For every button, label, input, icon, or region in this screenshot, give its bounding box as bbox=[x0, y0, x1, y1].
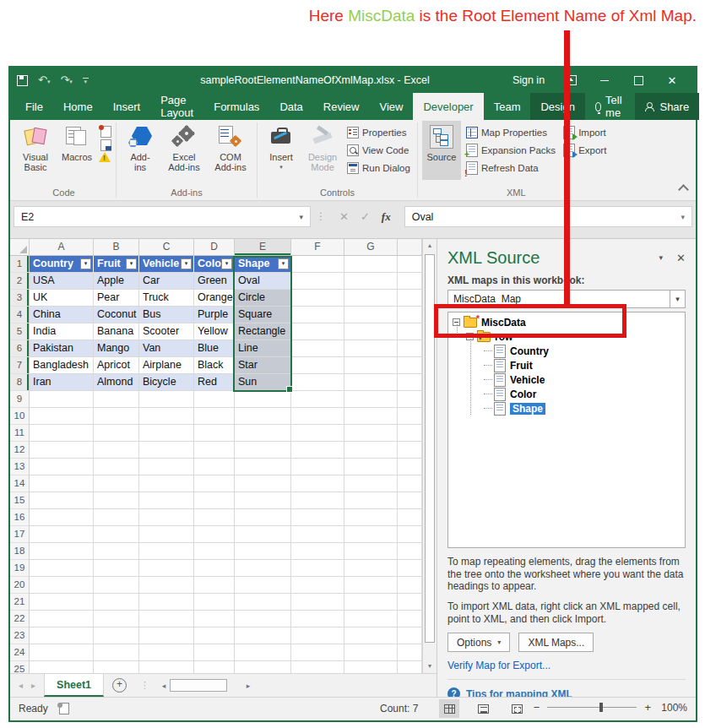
cell-C1[interactable]: Vehicle▾ bbox=[139, 256, 194, 273]
insert-control-button[interactable]: Insert ▾ bbox=[262, 121, 301, 180]
cell-B16[interactable] bbox=[94, 509, 139, 526]
cell-D18[interactable] bbox=[194, 543, 235, 560]
tab-review[interactable]: Review bbox=[313, 93, 370, 120]
cell-E22[interactable] bbox=[235, 611, 291, 627]
cell-H5[interactable] bbox=[398, 323, 422, 340]
cell-B9[interactable] bbox=[94, 391, 139, 408]
row-header-8[interactable]: 8 bbox=[10, 374, 30, 391]
cell-F24[interactable] bbox=[291, 644, 344, 661]
cell-H11[interactable] bbox=[398, 425, 422, 442]
relative-references-button[interactable] bbox=[99, 139, 111, 150]
cell-C12[interactable] bbox=[139, 442, 194, 459]
view-code-button[interactable]: View Code bbox=[344, 142, 413, 159]
cell-A4[interactable]: China bbox=[30, 307, 94, 323]
page-layout-view-button[interactable] bbox=[473, 699, 493, 718]
cell-E18[interactable] bbox=[235, 543, 291, 560]
tab-team[interactable]: Team bbox=[484, 93, 531, 120]
tree-item-color[interactable]: Color bbox=[448, 387, 685, 401]
cell-A23[interactable] bbox=[30, 627, 94, 644]
macros-button[interactable]: Macros bbox=[57, 121, 96, 180]
cell-H15[interactable] bbox=[398, 492, 422, 509]
cell-C20[interactable] bbox=[139, 577, 194, 594]
cell-H6[interactable] bbox=[398, 340, 422, 357]
row-header-4[interactable]: 4 bbox=[10, 307, 30, 323]
cell-C8[interactable]: Bicycle bbox=[139, 374, 194, 391]
cell-B3[interactable]: Pear bbox=[94, 290, 139, 307]
cell-F12[interactable] bbox=[291, 442, 344, 459]
cell-E19[interactable] bbox=[235, 560, 291, 577]
cell-F10[interactable] bbox=[291, 408, 344, 425]
scroll-down-icon[interactable]: ▾ bbox=[423, 660, 437, 673]
cell-G20[interactable] bbox=[344, 577, 398, 594]
cell-H8[interactable] bbox=[398, 374, 422, 391]
cell-F20[interactable] bbox=[291, 577, 344, 594]
cell-E23[interactable] bbox=[235, 627, 291, 644]
cell-A8[interactable]: Iran bbox=[30, 374, 94, 391]
cell-G14[interactable] bbox=[344, 475, 398, 492]
cell-B21[interactable] bbox=[94, 594, 139, 611]
cell-C6[interactable]: Van bbox=[139, 340, 194, 357]
column-header-B[interactable]: B bbox=[94, 239, 139, 255]
prev-sheet-icon[interactable]: ◂ bbox=[19, 681, 23, 690]
cell-F3[interactable] bbox=[291, 290, 344, 307]
cell-D16[interactable] bbox=[194, 509, 235, 526]
cell-A2[interactable]: USA bbox=[30, 273, 94, 290]
cell-G2[interactable] bbox=[344, 273, 398, 290]
share-button[interactable]: Share bbox=[635, 93, 699, 120]
cell-D22[interactable] bbox=[194, 611, 235, 627]
expansion-packs-button[interactable]: +Expansion Packs bbox=[464, 142, 558, 159]
column-header-partial[interactable] bbox=[398, 239, 422, 255]
insert-function-button[interactable]: fx bbox=[382, 210, 391, 224]
cell-B4[interactable]: Coconut bbox=[94, 307, 139, 323]
cell-E1[interactable]: Shape▾ bbox=[235, 256, 291, 273]
row-header-7[interactable]: 7 bbox=[10, 357, 30, 374]
cell-G5[interactable] bbox=[344, 323, 398, 340]
cell-G8[interactable] bbox=[344, 374, 398, 391]
redo-button[interactable]: ↷▾ bbox=[60, 74, 72, 86]
cell-D2[interactable]: Green bbox=[194, 273, 235, 290]
cell-D14[interactable] bbox=[194, 475, 235, 492]
cell-D11[interactable] bbox=[194, 425, 235, 442]
cell-A10[interactable] bbox=[30, 408, 94, 425]
horizontal-scrollbar[interactable]: ◂ ▸ bbox=[158, 674, 254, 697]
tab-file[interactable]: File bbox=[15, 93, 53, 120]
row-header-14[interactable]: 14 bbox=[10, 475, 30, 492]
tab-page-layout[interactable]: Page Layout bbox=[150, 93, 203, 120]
pane-options-icon[interactable]: ▾ bbox=[659, 253, 664, 262]
cell-B22[interactable] bbox=[94, 611, 139, 627]
cell-H19[interactable] bbox=[398, 560, 422, 577]
cell-G21[interactable] bbox=[344, 594, 398, 611]
cell-D15[interactable] bbox=[194, 492, 235, 509]
filter-icon[interactable]: ▾ bbox=[221, 258, 232, 269]
row-header-22[interactable]: 22 bbox=[10, 611, 30, 627]
design-mode-button[interactable]: DesignMode bbox=[303, 121, 342, 180]
cell-F1[interactable] bbox=[291, 256, 344, 273]
cell-A7[interactable]: Bangladesh bbox=[30, 357, 94, 374]
cell-H17[interactable] bbox=[398, 526, 422, 543]
tab-developer[interactable]: Developer bbox=[413, 93, 483, 120]
cell-A25[interactable] bbox=[30, 661, 94, 673]
cell-G9[interactable] bbox=[344, 391, 398, 408]
cell-A21[interactable] bbox=[30, 594, 94, 611]
cell-C19[interactable] bbox=[139, 560, 194, 577]
customize-qat-button[interactable]: ▾ bbox=[83, 78, 89, 84]
zoom-slider[interactable] bbox=[547, 707, 637, 708]
cell-B5[interactable]: Banana bbox=[94, 323, 139, 340]
tree-item-vehicle[interactable]: Vehicle bbox=[448, 372, 685, 387]
row-header-24[interactable]: 24 bbox=[10, 644, 30, 661]
column-header-F[interactable]: F bbox=[291, 239, 344, 255]
cell-H7[interactable] bbox=[398, 357, 422, 374]
cell-E13[interactable] bbox=[235, 459, 291, 475]
cell-H1[interactable] bbox=[398, 256, 422, 273]
row-header-5[interactable]: 5 bbox=[10, 323, 30, 340]
filter-icon[interactable]: ▾ bbox=[126, 258, 137, 269]
row-header-12[interactable]: 12 bbox=[10, 442, 30, 459]
cell-E12[interactable] bbox=[235, 442, 291, 459]
cell-C18[interactable] bbox=[139, 543, 194, 560]
tab-design[interactable]: Design bbox=[530, 93, 584, 120]
cell-D4[interactable]: Purple bbox=[194, 307, 235, 323]
sign-in-button[interactable]: Sign in bbox=[503, 68, 554, 93]
cell-E7[interactable]: Star bbox=[235, 357, 291, 374]
cell-F21[interactable] bbox=[291, 594, 344, 611]
cell-E5[interactable]: Rectangle bbox=[235, 323, 291, 340]
